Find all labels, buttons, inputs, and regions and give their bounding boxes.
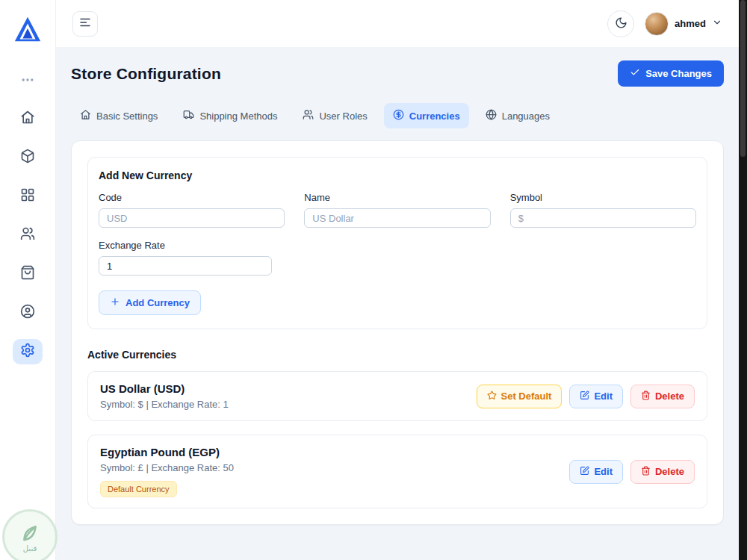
currencies-card: Add New Currency Code Name Symbol: [71, 140, 724, 525]
currency-info: Egyptian Pound (EGP) Symbol: £ | Exchang…: [100, 446, 234, 497]
tab-label: User Roles: [319, 111, 367, 122]
user-name: ahmed: [675, 18, 706, 29]
active-currencies-heading: Active Currencies: [87, 349, 707, 361]
moon-icon: [615, 16, 627, 31]
check-icon: [630, 67, 640, 80]
gear-icon: [20, 343, 35, 361]
tab-user-roles[interactable]: User Roles: [294, 103, 376, 128]
exchange-rate-input[interactable]: [99, 256, 272, 276]
topbar-right: ahmed: [607, 10, 722, 37]
currency-details: Symbol: $ | Exchange Rate: 1: [100, 399, 229, 410]
topbar: ahmed: [56, 0, 739, 47]
watermark-logo: قنبل: [2, 509, 58, 560]
users-icon: [303, 109, 314, 122]
trash-icon: [641, 391, 651, 402]
set-default-label: Set Default: [501, 391, 552, 402]
add-currency-label: Add Currency: [125, 297, 190, 308]
add-currency-button[interactable]: Add Currency: [99, 290, 201, 315]
sidebar-item-products[interactable]: [13, 145, 43, 170]
hamburger-icon: [78, 16, 92, 31]
symbol-label: Symbol: [510, 192, 696, 203]
home-icon: [20, 110, 35, 128]
truck-icon: [183, 109, 194, 122]
tab-basic-settings[interactable]: Basic Settings: [71, 103, 167, 128]
sidebar-item-orders[interactable]: [13, 261, 43, 287]
code-label: Code: [99, 192, 285, 203]
edit-label: Edit: [594, 391, 613, 402]
sidebar-item-home[interactable]: [13, 106, 43, 131]
user-menu[interactable]: ahmed: [645, 12, 722, 36]
sidebar-nav: [13, 67, 43, 364]
save-changes-label: Save Changes: [645, 68, 712, 79]
tab-label: Basic Settings: [96, 111, 158, 122]
grid-icon: [20, 187, 35, 205]
main-column: ahmed Store Configuration Save Changes B…: [56, 0, 747, 560]
delete-button[interactable]: Delete: [630, 385, 695, 408]
star-icon: [487, 391, 497, 402]
chevron-down-icon: [712, 17, 722, 31]
menu-toggle-button[interactable]: [72, 11, 98, 37]
add-currency-form: Add New Currency Code Name Symbol: [87, 157, 707, 329]
tab-label: Languages: [502, 111, 550, 122]
user-circle-icon: [20, 304, 35, 322]
sidebar-item-more[interactable]: [13, 67, 43, 93]
page-header: Store Configuration Save Changes: [71, 60, 724, 87]
sidebar: قنبل: [0, 0, 56, 560]
symbol-input[interactable]: [510, 208, 696, 228]
edit-label: Edit: [594, 466, 613, 477]
tab-shipping-methods[interactable]: Shipping Methods: [174, 103, 286, 128]
name-field-group: Name: [304, 192, 490, 228]
delete-label: Delete: [655, 391, 684, 402]
app-logo[interactable]: [11, 13, 44, 46]
currency-actions: Edit Delete: [569, 460, 695, 484]
form-heading: Add New Currency: [99, 169, 696, 181]
edit-icon: [580, 391, 589, 402]
edit-icon: [580, 466, 589, 478]
exchange-rate-label: Exchange Rate: [99, 240, 272, 251]
package-icon: [20, 149, 35, 167]
set-default-button[interactable]: Set Default: [477, 385, 562, 408]
sidebar-item-profile[interactable]: [13, 300, 43, 326]
currency-name: US Dollar (USD): [100, 382, 229, 395]
tab-label: Shipping Methods: [199, 111, 277, 122]
edit-button[interactable]: Edit: [569, 460, 623, 484]
exchange-rate-field-group: Exchange Rate: [99, 240, 272, 276]
plus-icon: [110, 296, 120, 309]
app-window: قنبل ahmed Store Configura: [0, 0, 747, 560]
edit-button[interactable]: Edit: [569, 385, 623, 408]
currency-row-egp: Egyptian Pound (EGP) Symbol: £ | Exchang…: [87, 435, 707, 508]
tab-languages[interactable]: Languages: [477, 103, 559, 128]
currency-actions: Set Default Edit Delete: [477, 385, 695, 408]
code-field-group: Code: [99, 192, 285, 228]
globe-icon: [486, 109, 497, 122]
users-icon: [20, 226, 35, 244]
home-icon: [80, 109, 91, 122]
content-area: Store Configuration Save Changes Basic S…: [56, 47, 739, 560]
symbol-field-group: Symbol: [510, 192, 696, 228]
scrollbar[interactable]: [739, 0, 747, 560]
delete-button[interactable]: Delete: [630, 460, 695, 484]
shopping-bag-icon: [20, 265, 35, 283]
currency-row-usd: US Dollar (USD) Symbol: $ | Exchange Rat…: [87, 371, 707, 421]
save-changes-button[interactable]: Save Changes: [618, 60, 724, 87]
avatar: [645, 12, 669, 36]
page-title: Store Configuration: [71, 65, 221, 83]
code-input[interactable]: [99, 208, 285, 228]
sidebar-item-categories[interactable]: [13, 184, 43, 209]
currency-name: Egyptian Pound (EGP): [100, 446, 234, 458]
watermark-text: قنبل: [23, 544, 37, 553]
tab-currencies[interactable]: Currencies: [384, 103, 469, 128]
scrollbar-thumb[interactable]: [740, 0, 746, 157]
currency-info: US Dollar (USD) Symbol: $ | Exchange Rat…: [100, 382, 229, 410]
sidebar-item-customers[interactable]: [13, 223, 43, 248]
delete-label: Delete: [655, 466, 684, 477]
currency-icon: [393, 109, 404, 122]
settings-tabs: Basic Settings Shipping Methods User Rol…: [71, 103, 724, 128]
trash-icon: [641, 466, 651, 478]
default-currency-badge: Default Currency: [100, 481, 177, 497]
name-label: Name: [304, 192, 490, 203]
currency-details: Symbol: £ | Exchange Rate: 50: [100, 462, 234, 473]
sidebar-item-settings[interactable]: [13, 339, 43, 364]
dark-mode-button[interactable]: [607, 10, 634, 37]
name-input[interactable]: [304, 208, 490, 228]
